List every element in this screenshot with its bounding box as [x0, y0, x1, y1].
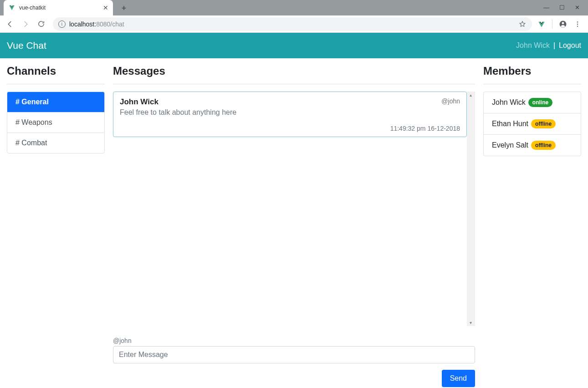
new-tab-button[interactable]: +: [118, 2, 130, 15]
members-heading: Members: [483, 65, 581, 84]
kebab-menu-icon[interactable]: [573, 20, 582, 28]
vue-extension-icon[interactable]: [537, 20, 546, 28]
status-badge: offline: [531, 119, 556, 128]
back-button[interactable]: [4, 18, 16, 31]
minimize-icon[interactable]: —: [543, 4, 549, 11]
svg-point-4: [577, 26, 578, 26]
channel-label: # Combat: [15, 139, 47, 147]
current-user-name: John Wick: [516, 41, 550, 50]
header-separator: |: [553, 41, 555, 50]
tab-title: vue-chatkit: [19, 5, 99, 11]
scroll-down-icon[interactable]: ▾: [470, 319, 472, 326]
logout-link[interactable]: Logout: [559, 41, 581, 50]
channel-item-combat[interactable]: # Combat: [7, 133, 104, 153]
address-bar[interactable]: i localhost:8080/chat: [53, 17, 532, 31]
status-badge: online: [528, 98, 552, 107]
app-header: Vue Chat John Wick | Logout: [0, 33, 588, 58]
channel-label: # General: [15, 98, 49, 106]
scroll-up-icon[interactable]: ▴: [470, 92, 472, 98]
messages-column: Messages John Wick @john Feel free to ta…: [113, 65, 475, 387]
member-item: John Wick online: [484, 92, 581, 113]
toolbar-divider: [552, 20, 552, 29]
browser-toolbar: i localhost:8080/chat: [0, 15, 588, 33]
channel-item-weapons[interactable]: # Weapons: [7, 112, 104, 133]
member-item: Ethan Hunt offline: [484, 113, 581, 135]
member-item: Evelyn Salt offline: [484, 135, 581, 156]
message-body: Feel free to talk about anything here: [120, 108, 460, 117]
svg-point-2: [577, 21, 578, 22]
scrollbar[interactable]: ▴ ▾: [467, 92, 475, 326]
close-window-icon[interactable]: ✕: [575, 4, 580, 11]
window-controls: — ☐ ✕: [543, 4, 588, 15]
channel-list: # General # Weapons # Combat: [7, 92, 105, 153]
browser-tab-strip: vue-chatkit ✕ + — ☐ ✕: [0, 0, 588, 15]
message-timestamp: 11:49:32 pm 16-12-2018: [120, 125, 460, 132]
reload-button[interactable]: [35, 18, 47, 31]
message-card: John Wick @john Feel free to talk about …: [113, 92, 467, 137]
site-info-icon[interactable]: i: [58, 20, 66, 28]
message-author: John Wick: [120, 97, 159, 107]
maximize-icon[interactable]: ☐: [559, 4, 565, 11]
forward-button[interactable]: [19, 18, 32, 31]
member-name: John Wick: [492, 98, 526, 107]
close-icon[interactable]: ✕: [103, 4, 108, 11]
bookmark-star-icon[interactable]: [518, 20, 527, 28]
app-title: Vue Chat: [7, 40, 46, 51]
channel-label: # Weapons: [15, 118, 52, 126]
message-handle: @john: [441, 97, 460, 105]
compose-handle-label: @john: [113, 337, 475, 344]
browser-tab[interactable]: vue-chatkit ✕: [4, 0, 113, 15]
members-column: Members John Wick online Ethan Hunt offl…: [483, 65, 581, 387]
url-text: localhost:8080/chat: [69, 20, 124, 28]
member-name: Ethan Hunt: [492, 120, 528, 128]
channels-column: Channels # General # Weapons # Combat: [7, 65, 105, 387]
send-button[interactable]: Send: [442, 370, 475, 387]
profile-avatar-icon[interactable]: [559, 20, 567, 28]
member-list: John Wick online Ethan Hunt offline Evel…: [483, 92, 581, 156]
vue-favicon-icon: [8, 4, 15, 11]
channels-heading: Channels: [7, 65, 105, 84]
member-name: Evelyn Salt: [492, 141, 528, 149]
svg-point-1: [562, 22, 564, 24]
status-badge: offline: [531, 141, 556, 150]
message-input[interactable]: [113, 346, 475, 363]
svg-point-3: [577, 23, 578, 24]
messages-heading: Messages: [113, 65, 475, 84]
messages-scroll-area[interactable]: John Wick @john Feel free to talk about …: [113, 92, 475, 326]
channel-item-general[interactable]: # General: [7, 92, 104, 112]
